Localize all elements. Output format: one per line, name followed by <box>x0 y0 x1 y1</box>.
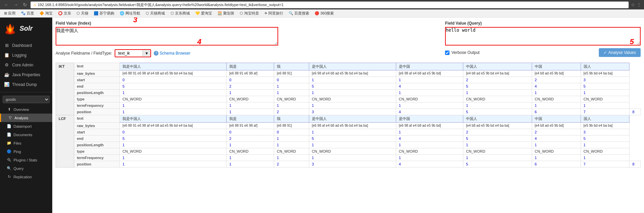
analysis-table: IKT text 我是中国人 我是 我 是中国人 是中国 中国人 中国 国人 r… <box>56 63 641 168</box>
bookmark-360search[interactable]: 🔴 360搜索 <box>313 10 336 17</box>
solr-logo: Solr <box>0 18 52 39</box>
fieldname-dropdown-button[interactable]: ▼ <box>142 50 150 56</box>
sidebar-item-documents[interactable]: 📄 Documents <box>0 130 52 139</box>
row-label-text-ikt: text <box>74 63 119 70</box>
table-row: LCF text 我是中国人 我是 我 是中国人 是中国 中国人 中国 国人 <box>56 115 641 123</box>
lcf-text-2: 我 <box>274 115 309 123</box>
ping-icon: 🔵 <box>7 149 11 154</box>
row-label-rawbytes-lcf: raw_bytes <box>74 123 119 129</box>
bookmark-jd[interactable]: ⭕ 京东 <box>56 10 73 17</box>
ikt-end-4: 4 <box>396 83 463 90</box>
lcf-tf-0: 1 <box>120 155 227 161</box>
bookmark-apps[interactable]: ⊞ 应用 <box>2 10 18 17</box>
ikt-type-3: CN_WORD <box>309 96 396 102</box>
fieldname-input[interactable] <box>115 50 142 57</box>
sidebar-item-dataimport[interactable]: 📄 Dataimport <box>0 122 52 130</box>
analyse-values-button[interactable]: ✓ Analyse Values <box>599 48 641 57</box>
row-label-start-lcf: start <box>74 129 119 135</box>
ikt-poslength-4: 1 <box>396 90 463 96</box>
bookmark-taobaote[interactable]: ⬡ 淘宝特卖 <box>238 10 261 17</box>
ikt-poslength-1: 1 <box>227 90 274 96</box>
core-select[interactable]: goods <box>3 96 50 103</box>
lcf-pos-1: 1 <box>227 161 274 168</box>
lcf-rawbytes-5: [e4 b8 ad e5 9b bd e4 ba ba] <box>463 123 532 129</box>
lcf-start-4: 1 <box>396 129 463 135</box>
lcf-rawbytes-3: [e6 98 af e4 b8 ad e5 9b bd e4 ba ba] <box>309 123 396 129</box>
ikt-tf-2: 1 <box>274 102 309 109</box>
lcf-poslength-6: 1 <box>532 142 581 148</box>
lcf-start-7: 3 <box>581 129 630 135</box>
lcf-pos-8: 8 <box>630 161 641 168</box>
back-button[interactable]: ← <box>3 1 10 8</box>
ikt-poslength-5: 1 <box>463 90 532 96</box>
ikt-pos-6: 6 <box>532 109 581 115</box>
solr-logo-text: Solr <box>20 25 33 32</box>
lcf-text-4: 是中国 <box>396 115 463 123</box>
ikt-start-4: 1 <box>396 77 463 83</box>
sidebar-item-ping[interactable]: 🔵 Ping <box>0 147 52 156</box>
java-icon: ☕ <box>4 72 9 77</box>
bookmark-tmall[interactable]: ⬡ 天猫 <box>75 10 90 17</box>
bookmark-taobao[interactable]: 🔶 淘宝 <box>37 10 55 17</box>
ikt-start-3: 1 <box>309 77 396 83</box>
ikt-pos-8: 8 <box>630 109 641 115</box>
table-row: raw_bytes [e6 88 91 e6 98 af e4 b8 ad e5… <box>56 123 641 129</box>
query-field-label: Field Value (Query) <box>445 21 641 26</box>
bookmark-nav[interactable]: 🌐 网址导航 <box>118 10 142 17</box>
sidebar-item-analysis[interactable]: ▽ Analysis <box>0 114 52 122</box>
query-field-textarea[interactable]: hello world <box>445 27 641 45</box>
lcf-poslength-0: 1 <box>120 142 227 148</box>
bookmark-baidu[interactable]: 🐾 百度 <box>19 10 36 17</box>
sidebar-item-dashboard[interactable]: ⊞ Dashboard <box>0 40 52 50</box>
core-selector[interactable]: goods <box>3 96 50 103</box>
row-label-position-lcf: position <box>74 161 119 168</box>
bookmark-baidusearch[interactable]: 🔍 百度搜索 <box>287 10 311 17</box>
sidebar-item-overview[interactable]: ⬆ Overview <box>0 105 52 114</box>
ikt-tf-5: 1 <box>463 102 532 109</box>
lcf-start-1: 0 <box>227 129 274 135</box>
ikt-poslength-2: 1 <box>274 90 309 96</box>
bookmark-jdshop[interactable]: ⬡ 京东商城 <box>169 10 192 17</box>
sidebar-item-logging[interactable]: 📋 Logging <box>0 50 52 60</box>
sidebar-item-files[interactable]: 📁 Files <box>0 139 52 147</box>
bookmark-juhuasuan[interactable]: 🧮 聚划算 <box>215 10 236 17</box>
ikt-start-0: 0 <box>120 77 227 83</box>
dataimport-icon: 📄 <box>7 124 11 128</box>
schema-browser-link[interactable]: ? Schema Browser <box>154 51 190 56</box>
menu-button[interactable]: ⋮ <box>637 2 641 7</box>
bookmark-alitravel[interactable]: ✈ 阿里旅行 <box>262 10 285 17</box>
sidebar-item-plugins[interactable]: 🔌 Plugins / Stats <box>0 156 52 164</box>
sidebar-item-thread-dump[interactable]: 📊 Thread Dump <box>0 80 52 89</box>
refresh-button[interactable]: ↻ <box>22 1 28 8</box>
ikt-start-6: 2 <box>532 77 581 83</box>
sidebar-item-core-admin[interactable]: ⚙ Core Admin <box>0 60 52 70</box>
row-label-type-lcf: type <box>74 148 119 155</box>
sidebar-divider-1 <box>0 92 52 92</box>
sidebar-item-java-properties[interactable]: ☕ Java Properties <box>0 70 52 80</box>
verbose-output-label: Verbose Output <box>451 50 479 55</box>
ikt-poslength-3: 1 <box>309 90 396 96</box>
annotation-3: 3 <box>133 18 137 24</box>
table-row: type CN_WORD CN_WORD CN_WORD CN_WORD CN_… <box>56 148 641 155</box>
ikt-type-1: CN_WORD <box>227 96 274 102</box>
verbose-output-checkbox[interactable] <box>445 51 449 55</box>
bookmark-tmall2[interactable]: ⬡ 天猫商城 <box>144 10 167 17</box>
lcf-rawbytes-1: [e6 88 91 e6 98 af] <box>227 123 274 129</box>
lcf-text-6: 中国 <box>532 115 581 123</box>
lcf-text-0: 我是中国人 <box>120 115 227 123</box>
ikt-pos-2: 2 <box>274 109 309 115</box>
index-field-textarea[interactable] <box>56 27 278 45</box>
row-label-termfreq-lcf: termFrequency <box>74 155 119 161</box>
files-icon: 📁 <box>7 141 11 145</box>
bookmark-aitaobao[interactable]: 💛 爱淘宝 <box>193 10 214 17</box>
bookmark-suning[interactable]: 🟦 苏宁易购 <box>92 10 116 17</box>
sidebar-item-query[interactable]: 🔍 Query <box>0 164 52 173</box>
table-row: start 0 0 0 1 1 2 2 3 <box>56 129 641 135</box>
lcf-end-6: 4 <box>532 135 581 142</box>
core-admin-icon: ⚙ <box>4 62 9 67</box>
url-bar[interactable]: ⚠ 192.168.1.4:8983/solr/#/goods/analysis… <box>30 1 629 8</box>
forward-button[interactable]: → <box>12 1 20 8</box>
star-button[interactable]: ☆ <box>631 2 635 7</box>
lcf-pos-7: 7 <box>581 161 630 168</box>
sidebar-item-replication[interactable]: ↻ Replication <box>0 173 52 181</box>
